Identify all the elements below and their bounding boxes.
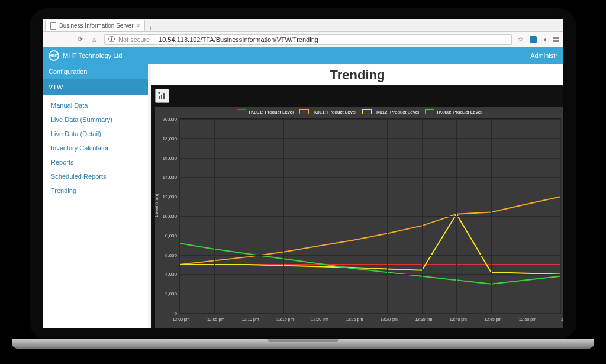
chart-tool-icon — [157, 91, 167, 101]
app-header: MHT MHT Technology Ltd Administr — [43, 47, 563, 64]
x-tick-label: 1 — [553, 317, 563, 321]
chart-axes: 02,0004,0006,0008,00010,00012,00014,0001… — [179, 118, 561, 314]
y-tick-label: 14,000 — [158, 175, 177, 180]
y-gridline: 14,000 — [179, 177, 560, 178]
x-tick-label: 12:15 pm — [276, 317, 295, 321]
x-gridline: 1 — [560, 119, 561, 313]
x-gridline: 12:30 pm — [387, 119, 388, 313]
x-gridline: 12:25 pm — [353, 119, 353, 313]
extension-icon[interactable] — [530, 36, 537, 43]
x-tick-label: 12:05 pm — [207, 317, 225, 321]
browser-tab-bar: Business Information Server × + — [43, 19, 563, 32]
laptop-frame: Business Information Server × + ← → ⟳ ⌂ … — [30, 8, 576, 340]
legend-label: TK001: Product Level — [248, 109, 294, 115]
x-tick-label: 12:45 pm — [483, 317, 502, 321]
x-gridline: 12:05 pm — [214, 119, 215, 313]
y-tick-label: 18,000 — [158, 136, 177, 141]
bookmark-icon[interactable] — [518, 36, 524, 43]
page-title: Trending — [152, 64, 563, 85]
y-gridline: 16,000 — [179, 158, 560, 159]
browser-right-icons — [518, 36, 559, 43]
sidebar-item-inventory-calculator[interactable]: Inventory Calculator — [43, 141, 148, 155]
y-tick-label: 10,000 — [158, 214, 177, 219]
legend-item[interactable]: TK012: Product Level — [362, 109, 419, 115]
sidebar-item-trending[interactable]: Trending — [43, 183, 148, 198]
y-gridline: 2,000 — [179, 294, 560, 294]
page-icon — [50, 22, 56, 30]
legend-label: TK008: Product Level — [436, 109, 482, 115]
x-gridline: 12:00 pm — [179, 119, 180, 313]
y-tick-label: 6,000 — [158, 253, 177, 258]
browser-address-bar: ← → ⟳ ⌂ ⓘ Not secure | 10.54.113.102/TFA… — [43, 32, 563, 47]
legend-swatch — [425, 109, 434, 114]
svg-rect-1 — [161, 95, 162, 99]
x-gridline: 12:50 pm — [526, 119, 526, 313]
laptop-base — [12, 339, 594, 349]
y-gridline: 10,000 — [179, 216, 560, 217]
svg-rect-2 — [163, 93, 165, 99]
y-tick-label: 4,000 — [158, 272, 177, 277]
forward-button[interactable]: → — [62, 36, 70, 43]
x-tick-label: 12:00 pm — [172, 317, 191, 321]
main-content: Trending TK001: Product LevelTK011: Prod… — [148, 64, 563, 328]
legend-item[interactable]: TK001: Product Level — [237, 109, 294, 115]
back-button[interactable]: ← — [47, 36, 56, 43]
legend-swatch — [237, 109, 246, 114]
close-tab-icon[interactable]: × — [137, 22, 140, 29]
sidebar: Configuration VTW Manual Data Live Data … — [43, 64, 148, 328]
legend-label: TK012: Product Level — [373, 109, 419, 115]
new-tab-button[interactable]: + — [145, 25, 156, 31]
y-tick-label: 12,000 — [158, 194, 177, 199]
x-tick-label: 12:30 pm — [379, 317, 398, 321]
x-tick-label: 12:10 pm — [241, 317, 260, 321]
y-tick-label: 16,000 — [158, 156, 177, 161]
x-tick-label: 12:20 pm — [310, 317, 329, 321]
sidebar-item-live-data-detail[interactable]: Live Data (Detail) — [43, 127, 148, 141]
legend-swatch — [299, 109, 309, 114]
tab-title: Business Information Server — [59, 22, 134, 29]
browser-tab[interactable]: Business Information Server × — [45, 20, 145, 31]
svg-rect-0 — [159, 96, 160, 99]
user-menu[interactable]: Administr — [530, 52, 557, 59]
home-button[interactable]: ⌂ — [90, 36, 98, 43]
x-gridline: 12:40 pm — [456, 119, 457, 313]
favorites-icon[interactable] — [543, 36, 547, 43]
sidebar-item-manual-data[interactable]: Manual Data — [43, 98, 148, 112]
info-icon: ⓘ — [108, 35, 115, 44]
chart-container: TK001: Product LevelTK011: Product Level… — [152, 85, 563, 328]
brand-name: MHT Technology Ltd — [63, 52, 122, 59]
reload-button[interactable]: ⟳ — [76, 36, 84, 43]
x-tick-label: 12:40 pm — [449, 317, 468, 321]
y-gridline: 8,000 — [179, 236, 560, 236]
y-gridline: 6,000 — [179, 255, 560, 256]
y-tick-label: 0 — [158, 311, 177, 316]
url-text: 10.54.113.102/TFA/BusinessInformation/VT… — [159, 36, 318, 43]
y-tick-label: 20,000 — [158, 117, 177, 122]
sidebar-section-vtw[interactable]: VTW — [43, 79, 148, 95]
security-label: Not secure — [118, 36, 150, 43]
y-gridline: 18,000 — [179, 138, 560, 139]
sidebar-section-configuration[interactable]: Configuration — [43, 64, 148, 79]
y-gridline: 4,000 — [179, 274, 560, 275]
url-field[interactable]: ⓘ Not secure | 10.54.113.102/TFA/Busines… — [104, 34, 512, 45]
apps-icon[interactable] — [553, 37, 559, 42]
sidebar-item-scheduled-reports[interactable]: Scheduled Reports — [43, 169, 148, 183]
app-body: Configuration VTW Manual Data Live Data … — [43, 64, 563, 328]
y-gridline: 0 — [179, 313, 560, 314]
x-gridline: 12:10 pm — [249, 119, 249, 313]
x-tick-label: 12:35 pm — [414, 317, 433, 321]
brand-logo-icon: MHT — [49, 50, 59, 61]
brand[interactable]: MHT MHT Technology Ltd — [49, 50, 122, 61]
sidebar-item-live-data-summary[interactable]: Live Data (Summary) — [43, 112, 148, 127]
sidebar-links: Manual Data Live Data (Summary) Live Dat… — [43, 95, 148, 201]
legend-item[interactable]: TK011: Product Level — [299, 109, 356, 115]
y-tick-label: 2,000 — [158, 291, 177, 297]
y-gridline: 20,000 — [179, 119, 560, 120]
chart-plot[interactable]: TK001: Product LevelTK011: Product Level… — [155, 107, 563, 328]
series-line — [179, 214, 560, 275]
sidebar-item-reports[interactable]: Reports — [43, 155, 148, 169]
chart-settings-button[interactable] — [155, 89, 169, 103]
series-line — [179, 243, 560, 284]
x-tick-label: 12:25 pm — [345, 317, 364, 321]
legend-item[interactable]: TK008: Product Level — [425, 109, 482, 115]
